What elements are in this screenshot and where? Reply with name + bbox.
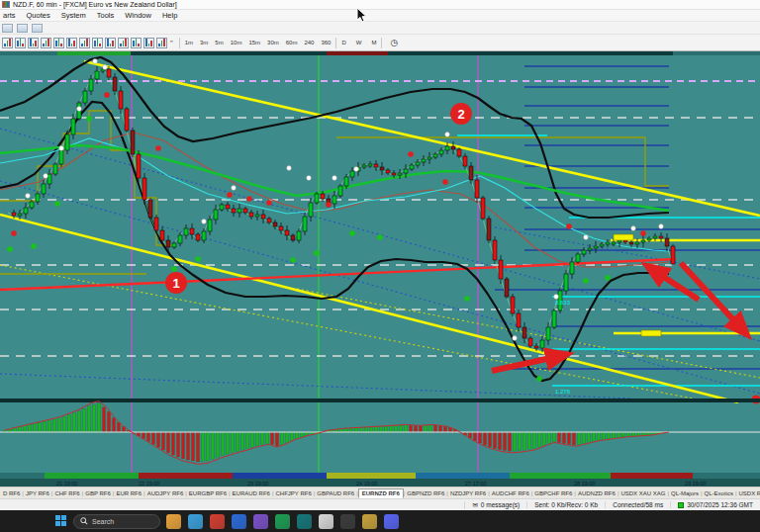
chart-type-icon[interactable] bbox=[41, 38, 51, 48]
price-chip bbox=[614, 234, 633, 240]
chart-type-icon[interactable] bbox=[28, 38, 39, 48]
fib-level-label: 0.633 bbox=[555, 300, 571, 306]
buy-signal-dot bbox=[314, 250, 320, 256]
timeframe-10m[interactable]: 10m bbox=[229, 38, 244, 47]
toolbar-overflow-icon[interactable]: ” bbox=[170, 39, 173, 47]
tab-eurnzd-rf6[interactable]: EURNZD RF6 bbox=[358, 488, 404, 498]
annotation-number: 2 bbox=[457, 107, 464, 122]
toolbar-separator bbox=[335, 38, 336, 48]
tab-euraud-rf6[interactable]: EURAUD RF6 bbox=[231, 490, 272, 496]
toolbar-icon[interactable] bbox=[2, 24, 13, 33]
taskbar-app-file-explorer[interactable] bbox=[166, 514, 181, 529]
period-buttons: DWM bbox=[339, 38, 378, 47]
tab-gbpaud-rf6[interactable]: GBPAUD RF6 bbox=[315, 490, 356, 496]
price-chart-canvas[interactable]: 0.6331.0001.2761221 19:0022 19:0023 19:0… bbox=[0, 51, 760, 487]
menu-item-help[interactable]: Help bbox=[162, 11, 177, 20]
start-button[interactable] bbox=[55, 515, 67, 527]
timeframe-360[interactable]: 360 bbox=[319, 38, 332, 47]
timeframe-5m[interactable]: 5m bbox=[213, 38, 225, 47]
sell-signal-dot bbox=[246, 196, 252, 202]
taskbar-app-terminal-app[interactable] bbox=[297, 514, 312, 529]
tab-audjpy-rf6[interactable]: AUDJPY RF6 bbox=[145, 490, 186, 496]
timeframe-60m[interactable]: 60m bbox=[284, 38, 300, 47]
timeframe-3m[interactable]: 3m bbox=[198, 38, 210, 47]
menu-item-tools[interactable]: Tools bbox=[97, 11, 115, 20]
menu-item-arts[interactable]: arts bbox=[3, 11, 16, 20]
tab-eurgbp-rf6[interactable]: EURGBP RF6 bbox=[187, 490, 229, 496]
search-label: Search bbox=[92, 518, 114, 525]
sell-signal-dot bbox=[266, 200, 272, 206]
taskbar-app-photos-app[interactable] bbox=[253, 514, 268, 529]
tab-nzdjpy-rf6[interactable]: NZDJPY RF6 bbox=[448, 490, 488, 496]
tab-gbpnzd-rf6[interactable]: GBPNZD RF6 bbox=[405, 490, 446, 496]
taskbar-app-edge-browser[interactable] bbox=[188, 514, 203, 529]
chart-type-icon[interactable] bbox=[156, 38, 167, 48]
menu-item-system[interactable]: System bbox=[61, 11, 86, 20]
chart-type-icon[interactable] bbox=[53, 38, 64, 48]
period-d[interactable]: D bbox=[339, 38, 347, 47]
white-signal-dot bbox=[232, 186, 237, 191]
clock-icon[interactable]: ◷ bbox=[390, 38, 398, 47]
menu-item-window[interactable]: Window bbox=[125, 11, 151, 20]
chart-type-icon[interactable] bbox=[79, 38, 90, 48]
session-strip-top bbox=[327, 51, 388, 55]
timeframe-240[interactable]: 240 bbox=[302, 38, 316, 47]
timeframe-30m[interactable]: 30m bbox=[265, 38, 281, 47]
chart-window-icon bbox=[2, 1, 10, 8]
sell-signal-dot bbox=[442, 179, 448, 185]
taskbar-search[interactable]: Search bbox=[73, 514, 160, 529]
panel-separator bbox=[0, 399, 760, 402]
chart-type-icon[interactable] bbox=[105, 38, 116, 48]
white-signal-dot bbox=[287, 166, 292, 171]
timeframe-15m[interactable]: 15m bbox=[246, 38, 262, 47]
taskbar-app-excel-app[interactable] bbox=[275, 514, 290, 529]
tab-usdx-rf[interactable]: USDX RF bbox=[737, 490, 760, 496]
time-axis-label: 21 19:00 bbox=[56, 481, 77, 487]
chart-area: 0.6331.0001.2761221 19:0022 19:0023 19:0… bbox=[0, 51, 760, 487]
toolbar-icon[interactable] bbox=[17, 24, 28, 33]
period-m[interactable]: M bbox=[369, 38, 378, 47]
taskbar-app-settings-app[interactable] bbox=[340, 514, 355, 529]
session-strip-bottom bbox=[139, 473, 233, 479]
taskbar-app-chrome-browser[interactable] bbox=[210, 514, 225, 529]
session-strip-top bbox=[0, 51, 57, 55]
taskbar-app-chat-app[interactable] bbox=[384, 514, 399, 529]
toolbar-icon[interactable] bbox=[32, 24, 43, 33]
chart-type-icon[interactable] bbox=[131, 38, 142, 48]
buy-signal-dot bbox=[86, 116, 92, 122]
white-signal-dot bbox=[445, 133, 450, 137]
tab-audchf-rf6[interactable]: AUDCHF RF6 bbox=[490, 490, 531, 496]
tab-eur-rf6[interactable]: EUR RF6 bbox=[114, 490, 143, 496]
sell-signal-dot bbox=[104, 92, 110, 98]
timeframe-1m[interactable]: 1m bbox=[183, 38, 195, 47]
chart-type-icon[interactable] bbox=[118, 38, 129, 48]
chart-type-icon[interactable] bbox=[66, 38, 77, 48]
tab-gbp-rf6[interactable]: GBP RF6 bbox=[83, 490, 113, 496]
tab-audnzd-rf6[interactable]: AUDNZD RF6 bbox=[576, 490, 618, 496]
chart-toolbar: ” 1m3m5m10m15m30m60m240360 DWM ◷ bbox=[0, 35, 760, 51]
tab-d-rf6[interactable]: D RF6 bbox=[1, 490, 22, 496]
chart-type-icon[interactable] bbox=[15, 38, 26, 48]
buy-signal-dot bbox=[536, 376, 542, 382]
taskbar-app-trading-app[interactable] bbox=[362, 514, 377, 529]
tab-chf-rf6[interactable]: CHF RF6 bbox=[52, 490, 81, 496]
time-axis bbox=[0, 479, 760, 487]
tab-ql-exotics[interactable]: QL-Exotics bbox=[703, 490, 735, 496]
buy-signal-dot bbox=[605, 275, 611, 281]
tab-chfjpy-rf6[interactable]: CHFJPY RF6 bbox=[274, 490, 314, 496]
window-titlebar[interactable]: NZD.F, 60 min - [FXCM] Euro vs New Zeala… bbox=[0, 0, 760, 10]
tab-usdx-xau-xag[interactable]: USDX XAU XAG bbox=[618, 490, 667, 496]
chart-type-icon[interactable] bbox=[92, 38, 103, 48]
desktop: NZD.F, 60 min - [FXCM] Euro vs New Zeala… bbox=[0, 0, 760, 532]
chart-type-icon[interactable] bbox=[143, 38, 154, 48]
tab-gbpchf-rf6[interactable]: GBPCHF RF6 bbox=[532, 490, 574, 496]
taskbar-app-notes-app[interactable] bbox=[319, 514, 333, 529]
menu-item-quotes[interactable]: Quotes bbox=[27, 11, 50, 20]
status-messages[interactable]: ✉ 0 message(s) bbox=[464, 501, 526, 509]
period-w[interactable]: W bbox=[354, 38, 364, 47]
tab-ql-majors[interactable]: QL-Majors bbox=[669, 490, 701, 496]
chart-type-icon[interactable] bbox=[2, 38, 13, 48]
sell-signal-dot bbox=[640, 230, 646, 236]
tab-jpy-rf6[interactable]: JPY RF6 bbox=[24, 490, 51, 496]
taskbar-app-mail-app[interactable] bbox=[232, 514, 246, 529]
